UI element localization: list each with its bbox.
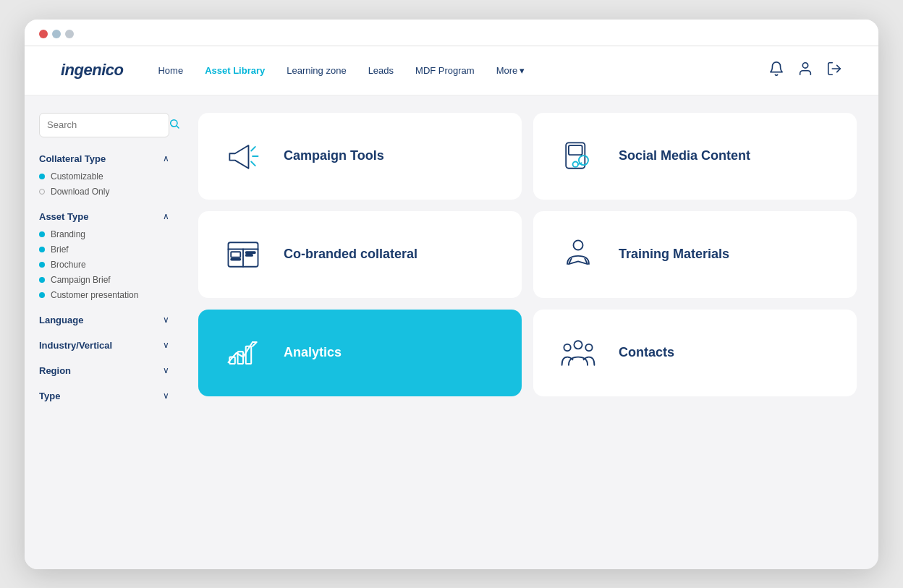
- chevron-up-icon: ∧: [163, 153, 169, 163]
- svg-rect-16: [231, 258, 240, 260]
- filter-item-branding[interactable]: Branding: [39, 229, 169, 239]
- search-icon: [169, 118, 180, 132]
- chevron-down-icon-region: ∨: [163, 365, 169, 375]
- filter-label-branding: Branding: [51, 229, 85, 239]
- nav-asset-library[interactable]: Asset Library: [205, 65, 265, 76]
- svg-point-24: [564, 344, 570, 350]
- filter-dot-brief: [39, 247, 45, 252]
- nav-mdf-program[interactable]: MDF Program: [415, 65, 475, 76]
- sidebar: Collateral Type ∧ Customizable Download …: [25, 95, 184, 569]
- filter-region: Region ∨: [39, 365, 169, 376]
- search-box[interactable]: [39, 113, 169, 137]
- chevron-down-icon: ▾: [520, 65, 525, 76]
- svg-line-4: [251, 146, 255, 150]
- browser-bar: [25, 20, 878, 46]
- filter-type-title: Type: [39, 391, 60, 401]
- filter-item-brochure[interactable]: Brochure: [39, 260, 169, 270]
- card-analytics[interactable]: Analytics: [198, 310, 522, 396]
- filter-industry-title: Industry/Vertical: [39, 340, 112, 351]
- svg-point-19: [573, 240, 582, 250]
- filter-dot-customizable: [39, 174, 45, 179]
- filter-label-campaign-brief: Campaign Brief: [51, 275, 111, 285]
- filter-label-brochure: Brochure: [51, 260, 86, 270]
- chevron-down-icon-lang: ∨: [163, 315, 169, 325]
- svg-line-6: [251, 161, 255, 166]
- card-contacts[interactable]: Contacts: [533, 310, 857, 396]
- svg-point-25: [585, 344, 592, 350]
- card-analytics-label: Analytics: [284, 345, 342, 360]
- nav-icons: [768, 61, 842, 80]
- nav-learning-zone[interactable]: Learning zone: [287, 65, 346, 76]
- filter-language: Language ∨: [39, 315, 169, 325]
- filter-item-campaign-brief[interactable]: Campaign Brief: [39, 275, 169, 285]
- filter-dot-customer-presentation: [39, 292, 45, 298]
- filter-label-download-only: Download Only: [51, 187, 109, 197]
- card-training[interactable]: Training Materials: [533, 211, 857, 298]
- filter-dot-branding: [39, 231, 45, 237]
- nav-more[interactable]: More ▾: [496, 65, 525, 76]
- top-nav: ingenico Home Asset Library Learning zon…: [25, 46, 878, 95]
- card-social-media-label: Social Media Content: [619, 148, 750, 163]
- chevron-down-icon-industry: ∨: [163, 340, 169, 350]
- filter-language-header[interactable]: Language ∨: [39, 315, 169, 325]
- social-media-icon: [555, 133, 601, 179]
- filter-item-customizable[interactable]: Customizable: [39, 171, 169, 182]
- filter-asset-type-header[interactable]: Asset Type ∧: [39, 211, 169, 222]
- filter-label-brief: Brief: [51, 244, 69, 255]
- card-co-branded-label: Co-branded collateral: [284, 247, 417, 262]
- card-campaign-tools[interactable]: Campaign Tools: [198, 113, 522, 200]
- svg-point-10: [573, 161, 578, 166]
- svg-rect-15: [231, 252, 240, 257]
- nav-links: Home Asset Library Learning zone Leads M…: [158, 65, 768, 76]
- filter-dot-download-only: [39, 189, 45, 195]
- filter-collateral-type-header[interactable]: Collateral Type ∧: [39, 153, 169, 164]
- nav-leads[interactable]: Leads: [368, 65, 394, 76]
- filter-industry-header[interactable]: Industry/Vertical ∨: [39, 340, 169, 351]
- filter-collateral-type-title: Collateral Type: [39, 153, 106, 164]
- filter-item-download-only[interactable]: Download Only: [39, 187, 169, 197]
- bell-icon[interactable]: [768, 61, 784, 80]
- card-training-label: Training Materials: [619, 247, 729, 262]
- filter-label-customizable: Customizable: [51, 171, 103, 182]
- filter-region-title: Region: [39, 365, 71, 376]
- card-co-branded[interactable]: Co-branded collateral: [198, 211, 522, 298]
- filter-asset-type-title: Asset Type: [39, 211, 88, 222]
- user-icon[interactable]: [797, 61, 813, 80]
- svg-point-23: [574, 341, 582, 349]
- browser-dot-minimize: [52, 30, 61, 38]
- svg-rect-18: [246, 255, 253, 256]
- browser-window: ingenico Home Asset Library Learning zon…: [25, 20, 878, 569]
- filter-type-header[interactable]: Type ∨: [39, 391, 169, 401]
- training-icon: [555, 231, 601, 278]
- filter-type: Type ∨: [39, 391, 169, 401]
- chevron-down-icon-type: ∨: [163, 391, 169, 401]
- filter-item-brief[interactable]: Brief: [39, 244, 169, 255]
- content-area: Campaign Tools Social Media Content: [184, 95, 878, 569]
- nav-home[interactable]: Home: [158, 65, 183, 76]
- filter-asset-type: Asset Type ∧ Branding Brief Brochure: [39, 211, 169, 300]
- logout-icon[interactable]: [826, 61, 842, 80]
- browser-dot-close: [39, 30, 48, 38]
- svg-rect-17: [246, 252, 255, 253]
- search-input[interactable]: [47, 119, 169, 130]
- logo: ingenico: [61, 61, 123, 80]
- card-campaign-tools-label: Campaign Tools: [284, 148, 384, 163]
- filter-label-customer-presentation: Customer presentation: [51, 290, 138, 300]
- main-layout: Collateral Type ∧ Customizable Download …: [25, 95, 878, 569]
- megaphone-icon: [220, 133, 266, 179]
- cobrand-icon: [220, 231, 266, 278]
- contacts-icon: [555, 330, 601, 376]
- chevron-up-icon-2: ∧: [163, 211, 169, 221]
- svg-point-0: [802, 62, 807, 67]
- filter-region-header[interactable]: Region ∨: [39, 365, 169, 376]
- analytics-icon: [220, 330, 266, 376]
- nav-more-label: More: [496, 65, 518, 76]
- filter-item-customer-presentation[interactable]: Customer presentation: [39, 290, 169, 300]
- svg-line-3: [177, 126, 179, 128]
- filter-collateral-type: Collateral Type ∧ Customizable Download …: [39, 153, 169, 197]
- filter-industry: Industry/Vertical ∨: [39, 340, 169, 351]
- filter-dot-campaign-brief: [39, 277, 45, 283]
- filter-language-title: Language: [39, 315, 83, 325]
- card-contacts-label: Contacts: [619, 345, 674, 360]
- card-social-media[interactable]: Social Media Content: [533, 113, 857, 200]
